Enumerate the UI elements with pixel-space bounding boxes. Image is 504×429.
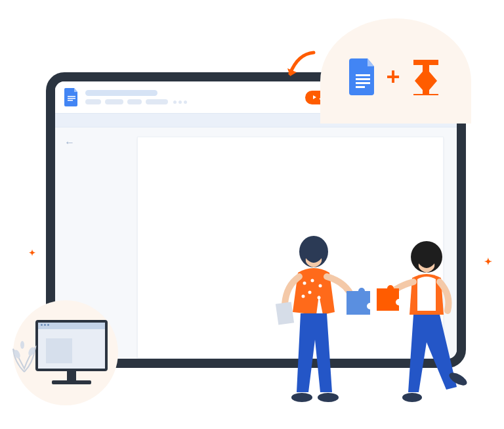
svg-point-13 <box>319 284 322 288</box>
google-docs-icon <box>349 58 377 95</box>
svg-rect-2 <box>356 82 370 84</box>
monitor-illustration <box>35 320 108 384</box>
svg-rect-1 <box>356 78 370 80</box>
integration-badge: + <box>320 18 471 124</box>
svg-rect-19 <box>276 302 294 325</box>
svg-point-17 <box>291 393 312 402</box>
svg-rect-4 <box>68 96 75 97</box>
plant-icon <box>8 336 41 375</box>
arrow-icon <box>281 47 320 87</box>
people-illustration <box>248 225 478 422</box>
decorative-plus-icon: ✦ <box>29 248 35 258</box>
document-title-area[interactable] <box>85 90 187 104</box>
svg-point-18 <box>318 393 339 402</box>
svg-point-21 <box>402 393 422 402</box>
svg-point-12 <box>311 279 314 282</box>
jibble-logo-icon <box>410 58 442 95</box>
svg-point-14 <box>308 291 312 294</box>
svg-point-9 <box>20 341 24 349</box>
svg-point-16 <box>302 295 305 298</box>
svg-point-20 <box>411 241 442 273</box>
svg-rect-3 <box>356 86 365 88</box>
back-arrow-icon[interactable]: ← <box>64 137 128 148</box>
svg-point-15 <box>318 296 321 300</box>
plus-icon: + <box>386 63 400 91</box>
svg-rect-0 <box>356 74 370 76</box>
document-icon[interactable] <box>64 88 79 106</box>
svg-point-11 <box>303 282 306 285</box>
play-icon <box>313 95 316 99</box>
svg-rect-6 <box>68 100 73 101</box>
svg-rect-5 <box>68 98 75 99</box>
svg-point-10 <box>299 236 328 267</box>
decorative-plus-icon: ✦ <box>484 256 492 267</box>
